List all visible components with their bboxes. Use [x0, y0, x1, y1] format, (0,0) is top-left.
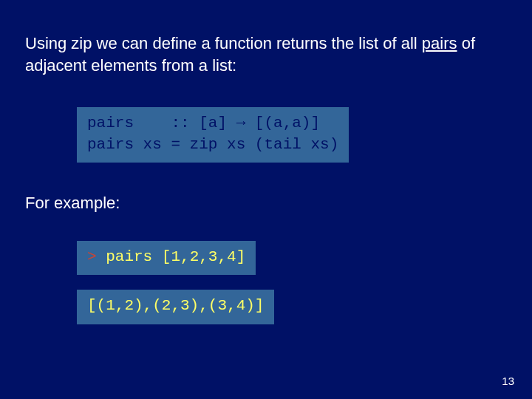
spacer: [25, 213, 507, 241]
code-block-definition: pairs :: [a] → [(a,a)] pairs xs = zip xs…: [77, 107, 349, 163]
code-line-1: pairs :: [a] → [(a,a)]: [87, 115, 320, 132]
code-line-2: pairs xs = zip xs (tail xs): [87, 136, 338, 153]
page-number: 13: [502, 375, 514, 387]
call-expression: pairs [1,2,3,4]: [97, 248, 246, 265]
slide: Using zip we can define a function retur…: [0, 0, 532, 399]
intro-text: Using zip we can define a function retur…: [25, 33, 507, 76]
prompt-symbol: >: [87, 248, 97, 265]
code-block-call-wrap: > pairs [1,2,3,4]: [77, 241, 507, 275]
code-block-result: [(1,2),(2,3),(3,4)]: [77, 290, 274, 324]
code-block-call: > pairs [1,2,3,4]: [77, 241, 256, 275]
spacer: [25, 163, 507, 194]
spacer: [25, 275, 507, 290]
code-block-result-wrap: [(1,2),(2,3),(3,4)]: [77, 290, 507, 324]
for-example-text: For example:: [25, 194, 507, 213]
intro-pairs-underlined: pairs: [422, 34, 457, 52]
result-expression: [(1,2),(2,3),(3,4)]: [87, 297, 264, 314]
code-block-definition-wrap: pairs :: [a] → [(a,a)] pairs xs = zip xs…: [77, 107, 507, 163]
spacer: [25, 76, 507, 107]
intro-part1: Using zip we can define a function retur…: [25, 34, 422, 52]
